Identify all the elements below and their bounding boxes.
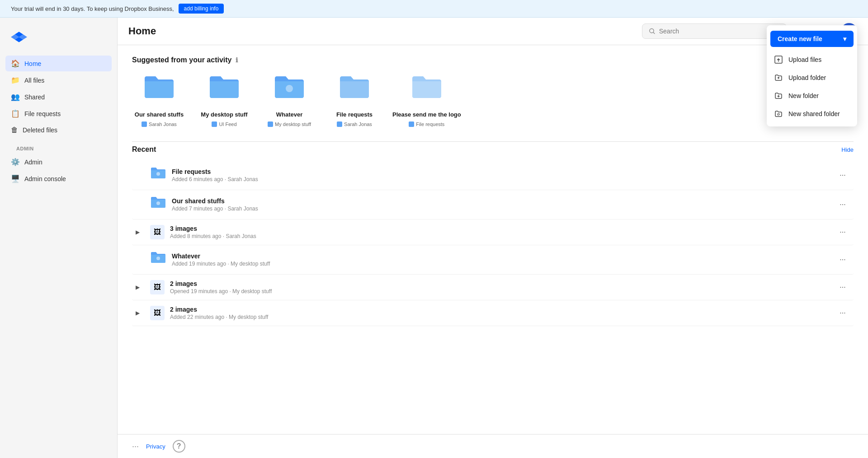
sidebar-nav: 🏠 Home 📁 All files 👥 Shared 📋 File reque…	[0, 56, 117, 187]
image-icon-4: 🖼	[150, 280, 165, 294]
svg-point-7	[156, 201, 160, 205]
topbar: Home	[118, 18, 868, 45]
sidebar-item-shared[interactable]: 👥 Shared	[5, 89, 112, 105]
footer-more-icon[interactable]: ···	[132, 442, 139, 451]
recent-folder-icon-3	[150, 251, 166, 269]
suggested-folder-name-0: Our shared stuffs	[135, 111, 184, 118]
dropbox-logo[interactable]	[11, 28, 27, 45]
recent-item-meta-3: Added 19 minutes ago · My desktop stuff	[172, 261, 830, 267]
footer-privacy-link[interactable]: Privacy	[146, 443, 165, 450]
folder-dot-0	[142, 122, 147, 127]
recent-item-3-images[interactable]: ▶ 🖼 3 images Added 8 minutes ago · Sarah…	[132, 220, 854, 245]
suggested-folder-sub-0: Sarah Jonas	[142, 122, 177, 127]
recent-item-name-3: Whatever	[172, 252, 830, 260]
files-icon: 📁	[11, 76, 20, 84]
recent-item-info-3: Whatever Added 19 minutes ago · My deskt…	[172, 252, 830, 267]
new-folder-icon	[774, 91, 783, 100]
sidebar-item-all-files[interactable]: 📁 All files	[5, 72, 112, 88]
sidebar-item-deleted-files[interactable]: 🗑 Deleted files	[5, 122, 112, 138]
recent-item-more-1[interactable]: ···	[835, 197, 850, 212]
recent-item-info-1: Our shared stuffs Added 7 minutes ago · …	[172, 197, 830, 212]
recent-item-more-2[interactable]: ···	[835, 225, 850, 239]
recent-item-2-images-1[interactable]: ▶ 🖼 2 images Opened 19 minutes ago · My …	[132, 275, 854, 300]
expand-icon-5[interactable]: ▶	[136, 310, 145, 316]
upload-files-item[interactable]: Upload files	[767, 51, 857, 69]
suggested-title: Suggested from your activity ℹ	[132, 56, 238, 64]
new-shared-folder-label: New shared folder	[788, 110, 840, 117]
recent-item-meta-0: Added 6 minutes ago · Sarah Jonas	[172, 176, 830, 182]
add-billing-button[interactable]: add billing info	[179, 4, 224, 14]
folder-dot-2	[268, 122, 273, 127]
upload-folder-item[interactable]: Upload folder	[767, 69, 857, 87]
admin-icon: ⚙️	[11, 158, 20, 166]
recent-folder-icon-1	[150, 196, 166, 214]
sidebar-item-file-requests[interactable]: 📋 File requests	[5, 106, 112, 122]
sidebar-item-admin-console-label: Admin console	[24, 175, 66, 182]
recent-item-whatever[interactable]: Whatever Added 19 minutes ago · My deskt…	[132, 245, 854, 275]
suggested-folder-file-requests[interactable]: File requests Sarah Jonas	[327, 71, 382, 127]
upload-files-icon	[774, 55, 783, 64]
recent-item-name-0: File requests	[172, 168, 830, 175]
recent-item-file-requests[interactable]: File requests Added 6 minutes ago · Sara…	[132, 161, 854, 190]
chevron-down-icon: ▾	[843, 35, 846, 42]
recent-item-info-0: File requests Added 6 minutes ago · Sara…	[172, 168, 830, 182]
footer-help-button[interactable]: ?	[173, 440, 185, 453]
folder-dot-3	[337, 122, 342, 127]
svg-point-6	[156, 172, 160, 176]
upload-files-label: Upload files	[788, 56, 821, 63]
suggested-folder-name-1: My desktop stuff	[201, 111, 247, 118]
recent-item-name-4: 2 images	[170, 280, 830, 287]
admin-section-label: Admin	[5, 139, 112, 153]
sidebar-item-home[interactable]: 🏠 Home	[5, 56, 112, 71]
recent-item-more-5[interactable]: ···	[835, 306, 850, 320]
recent-item-more-4[interactable]: ···	[835, 280, 850, 294]
page-title: Home	[128, 25, 635, 37]
suggested-folder-whatever[interactable]: Whatever My desktop stuff	[262, 71, 316, 127]
trial-banner: Your trial will end in 30 days. To keep …	[0, 0, 868, 18]
create-button-label: Create new file	[778, 35, 822, 42]
recent-item-more-3[interactable]: ···	[835, 252, 850, 267]
expand-icon-2[interactable]: ▶	[136, 229, 145, 235]
recent-item-meta-4: Opened 19 minutes ago · My desktop stuff	[170, 288, 830, 294]
expand-icon-4[interactable]: ▶	[136, 284, 145, 290]
recent-item-name-1: Our shared stuffs	[172, 197, 830, 205]
recent-item-meta-1: Added 7 minutes ago · Sarah Jonas	[172, 206, 830, 212]
folder-icon-logo	[409, 71, 445, 107]
new-shared-folder-item[interactable]: New shared folder	[767, 105, 857, 123]
recent-item-2-images-2[interactable]: ▶ 🖼 2 images Added 22 minutes ago · My d…	[132, 300, 854, 326]
create-new-file-button[interactable]: Create new file ▾	[770, 31, 854, 47]
requests-icon: 📋	[11, 109, 20, 118]
suggested-folder-desktop[interactable]: My desktop stuff UI Feed	[197, 71, 251, 127]
recent-item-meta-2: Added 8 minutes ago · Sarah Jonas	[170, 233, 830, 239]
sidebar-item-deleted-files-label: Deleted files	[23, 126, 57, 134]
suggested-folder-our-shared[interactable]: Our shared stuffs Sarah Jonas	[132, 71, 186, 127]
recent-item-our-shared[interactable]: Our shared stuffs Added 7 minutes ago · …	[132, 190, 854, 220]
sidebar-item-admin[interactable]: ⚙️ Admin	[5, 154, 112, 170]
search-icon	[649, 28, 656, 35]
sidebar-item-admin-console[interactable]: 🖥️ Admin console	[5, 171, 112, 187]
info-icon[interactable]: ℹ	[236, 56, 238, 64]
suggested-grid: Our shared stuffs Sarah Jonas My desk	[132, 71, 854, 127]
shared-icon: 👥	[11, 93, 20, 101]
sidebar-item-shared-label: Shared	[24, 93, 45, 101]
recent-title-text: Recent	[132, 145, 156, 154]
recent-item-meta-5: Added 22 minutes ago · My desktop stuff	[170, 314, 830, 320]
svg-point-8	[156, 257, 160, 260]
home-icon: 🏠	[11, 59, 20, 68]
sidebar-item-all-files-label: All files	[24, 77, 44, 84]
search-input[interactable]	[659, 28, 780, 35]
new-folder-item[interactable]: New folder	[767, 87, 857, 105]
sidebar-item-home-label: Home	[24, 60, 41, 67]
image-icon-2: 🖼	[150, 225, 165, 239]
recent-item-name-2: 3 images	[170, 225, 830, 232]
folder-icon-file-requests	[336, 71, 373, 107]
recent-item-more-0[interactable]: ···	[835, 168, 850, 182]
sidebar-item-file-requests-label: File requests	[24, 110, 61, 117]
suggested-folder-logo[interactable]: Please send me the logo File requests	[392, 71, 461, 127]
suggested-folder-sub-3: Sarah Jonas	[337, 122, 372, 127]
svg-point-5	[286, 85, 293, 92]
recent-hide-button[interactable]: Hide	[841, 146, 854, 153]
svg-point-10	[778, 113, 779, 115]
content-area: Suggested from your activity ℹ Hide Our …	[118, 45, 868, 434]
suggested-folder-sub-1: UI Feed	[212, 122, 236, 127]
